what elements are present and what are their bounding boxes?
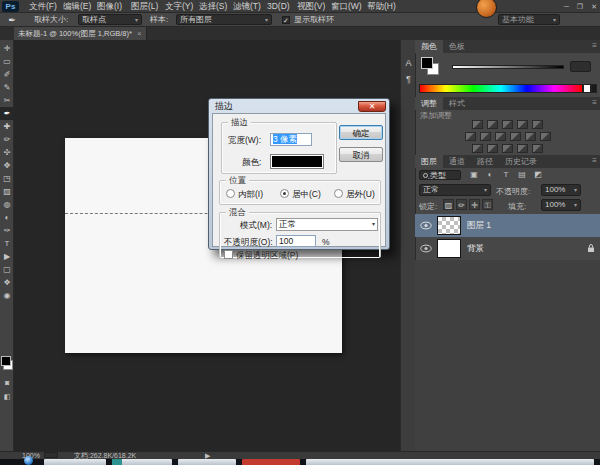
spectrum-white-cell[interactable] xyxy=(583,84,591,93)
layer-row-layer1[interactable]: 图层 1 xyxy=(415,214,600,237)
brush-tool-icon[interactable]: ✏ xyxy=(0,133,14,146)
screen-mode-icon[interactable]: ◧ xyxy=(0,390,14,403)
filter-shape-icon[interactable]: ▤ xyxy=(516,169,528,180)
color-spectrum-ramp[interactable] xyxy=(419,84,583,93)
visibility-eye-icon[interactable] xyxy=(420,244,432,255)
menu-help[interactable]: 帮助(H) xyxy=(362,0,401,13)
lock-transparent-icon[interactable]: ▨ xyxy=(443,199,454,210)
character-panel-icon[interactable]: A xyxy=(401,56,416,70)
history-brush-tool-icon[interactable]: ✥ xyxy=(0,159,14,172)
filter-adjustment-icon[interactable]: ◐ xyxy=(484,169,496,180)
show-ring-checkbox[interactable]: ✓ xyxy=(282,16,290,24)
menu-filter[interactable]: 滤镜(T) xyxy=(228,0,266,13)
workspace-dropdown[interactable]: ▾基本功能 xyxy=(498,14,560,25)
blur-tool-icon[interactable]: ◍ xyxy=(0,198,14,211)
preserve-transparency-label[interactable]: 保留透明区域(P) xyxy=(236,250,298,262)
spectrum-black-cell[interactable] xyxy=(591,84,597,93)
adjustment-icon[interactable] xyxy=(487,144,498,153)
menu-select[interactable]: 选择(S) xyxy=(194,0,232,13)
fill-value[interactable]: ▾100% xyxy=(541,199,581,211)
filter-pixel-icon[interactable]: ▣ xyxy=(468,169,480,180)
tab-styles[interactable]: 样式 xyxy=(443,97,471,110)
panel-foreground-swatch[interactable] xyxy=(421,57,433,69)
adjustment-icon[interactable] xyxy=(472,120,483,129)
filter-smart-icon[interactable]: ◩ xyxy=(532,169,544,180)
quick-select-tool-icon[interactable]: ✎ xyxy=(0,81,14,94)
taskbar-button[interactable] xyxy=(44,459,106,465)
type-tool-icon[interactable]: T xyxy=(0,237,14,250)
sample-size-dropdown[interactable]: ▾取样点 xyxy=(78,14,142,25)
healing-tool-icon[interactable]: ✚ xyxy=(0,120,14,133)
adjustment-icon[interactable] xyxy=(517,144,528,153)
adjustment-icon[interactable] xyxy=(465,132,476,141)
close-button[interactable]: ✕ xyxy=(591,1,597,12)
quick-mask-icon[interactable]: ◙ xyxy=(0,376,14,389)
adjustment-icon[interactable] xyxy=(517,120,528,129)
lasso-tool-icon[interactable]: ✐ xyxy=(0,68,14,81)
adjustment-icon[interactable] xyxy=(480,132,491,141)
radio-outer[interactable] xyxy=(334,189,343,198)
adjustment-icon[interactable] xyxy=(502,144,513,153)
eyedropper-tool-icon[interactable]: ✒ xyxy=(0,107,14,120)
gradient-tool-icon[interactable]: ▨ xyxy=(0,185,14,198)
taskbar-button[interactable] xyxy=(242,459,300,465)
paragraph-panel-icon[interactable]: ¶ xyxy=(401,72,416,86)
minimize-button[interactable]: ─ xyxy=(564,1,569,12)
zoom-tool-icon[interactable]: ◉ xyxy=(0,289,14,302)
menu-view[interactable]: 视图(V) xyxy=(292,0,330,13)
layer-filter-dropdown[interactable]: 类型 xyxy=(419,170,461,180)
tab-layers[interactable]: 图层 xyxy=(415,155,443,168)
stroke-color-swatch[interactable] xyxy=(270,154,324,169)
dialog-close-button[interactable]: ✕ xyxy=(358,101,386,112)
layer-thumbnail[interactable] xyxy=(437,216,461,235)
dodge-tool-icon[interactable]: ◐ xyxy=(0,211,14,224)
adjustment-icon[interactable] xyxy=(525,132,536,141)
pen-tool-icon[interactable]: ✑ xyxy=(0,224,14,237)
adjustment-icon[interactable] xyxy=(487,120,498,129)
taskbar-button[interactable] xyxy=(306,459,594,465)
menu-window[interactable]: 窗口(W) xyxy=(326,0,367,13)
tab-paths[interactable]: 路径 xyxy=(471,155,499,168)
foreground-color-swatch[interactable] xyxy=(1,356,11,366)
document-tab[interactable]: 未标题-1 @ 100%(图层 1,RGB/8)*× xyxy=(14,27,147,40)
preserve-transparency-checkbox[interactable] xyxy=(224,250,233,259)
filter-type-icon[interactable]: T xyxy=(500,169,512,180)
taskbar-button[interactable] xyxy=(178,459,236,465)
lock-pixels-icon[interactable]: ✏ xyxy=(456,199,467,210)
gray-slider[interactable] xyxy=(452,65,564,69)
cancel-button[interactable]: 取消 xyxy=(339,147,383,162)
path-select-tool-icon[interactable]: ▶ xyxy=(0,250,14,263)
menu-layer[interactable]: 图层(L) xyxy=(126,0,163,13)
panel-menu-icon[interactable]: ≡ xyxy=(592,41,597,50)
visibility-eye-icon[interactable] xyxy=(420,221,432,232)
radio-outer-label[interactable]: 居外(U) xyxy=(346,189,375,201)
radio-inner-label[interactable]: 内部(I) xyxy=(238,189,263,201)
tab-channels[interactable]: 通道 xyxy=(443,155,471,168)
adjustment-icon[interactable] xyxy=(495,132,506,141)
blend-mode-dropdown[interactable]: ▾正常 xyxy=(419,184,491,196)
tab-history[interactable]: 历史记录 xyxy=(499,155,543,168)
move-tool-icon[interactable]: ✛ xyxy=(0,42,14,55)
sample-dropdown[interactable]: ▾所有图层 xyxy=(176,14,272,25)
tab-adjustments[interactable]: 调整 xyxy=(415,97,443,110)
adjustment-icon[interactable] xyxy=(532,144,543,153)
opacity-value[interactable]: ▾100% xyxy=(541,184,581,196)
lock-all-icon[interactable]: ⚿ xyxy=(482,199,493,210)
crop-tool-icon[interactable]: ✂ xyxy=(0,94,14,107)
panel-menu-icon[interactable]: ≡ xyxy=(592,156,597,165)
mode-dropdown[interactable]: ▾正常 xyxy=(276,218,378,231)
tab-color[interactable]: 颜色 xyxy=(415,40,443,53)
marquee-tool-icon[interactable]: ▭ xyxy=(0,55,14,68)
adjustment-icon[interactable] xyxy=(472,144,483,153)
hand-tool-icon[interactable]: ❖ xyxy=(0,276,14,289)
tab-swatches[interactable]: 色板 xyxy=(443,40,471,53)
menu-file[interactable]: 文件(F) xyxy=(24,0,62,13)
layer-row-background[interactable]: 背景 xyxy=(415,237,600,260)
layer-thumbnail[interactable] xyxy=(437,239,461,258)
menu-type[interactable]: 文字(Y) xyxy=(160,0,198,13)
ok-button[interactable]: 确定 xyxy=(339,125,383,140)
clone-stamp-tool-icon[interactable]: ✣ xyxy=(0,146,14,159)
start-orb-icon[interactable] xyxy=(24,456,33,465)
menu-edit[interactable]: 编辑(E) xyxy=(58,0,96,13)
layer-name[interactable]: 图层 1 xyxy=(467,220,491,232)
